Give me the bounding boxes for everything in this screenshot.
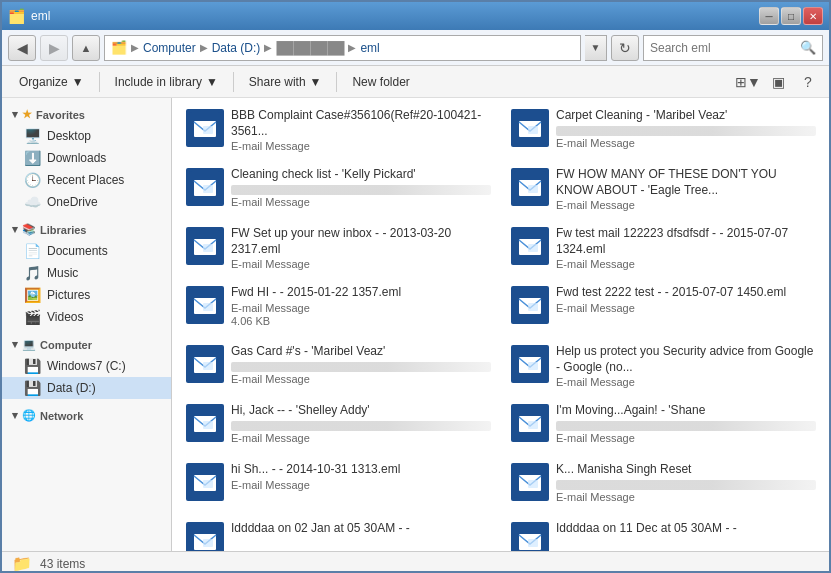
file-item[interactable]: I'm Moving...Again! - 'ShaneE-mail Messa… <box>501 397 825 455</box>
share-with-button[interactable]: Share with ▼ <box>240 70 331 94</box>
svg-rect-11 <box>528 185 538 193</box>
file-type: E-mail Message <box>231 258 491 270</box>
up-button[interactable]: ▲ <box>72 35 100 61</box>
address-path[interactable]: 🗂️ ▶ Computer ▶ Data (D:) ▶ ████████ ▶ e… <box>104 35 581 61</box>
toolbar-right: ⊞▼ ▣ ? <box>735 70 821 94</box>
sidebar-item-documents[interactable]: 📄 Documents <box>2 240 171 262</box>
recent-icon: 🕒 <box>24 172 41 188</box>
computer-section[interactable]: ▾ 💻 Computer <box>2 334 171 355</box>
search-icon[interactable]: 🔍 <box>800 40 816 55</box>
computer-arrow-icon: ▾ <box>12 338 18 351</box>
path-computer[interactable]: Computer <box>143 41 196 55</box>
file-name: BBB Complaint Case#356106(Ref#20-100421-… <box>231 108 491 139</box>
file-item[interactable]: K... Manisha Singh ResetE-mail Message <box>501 456 825 514</box>
help-button[interactable]: ? <box>795 70 821 94</box>
file-icon <box>185 108 225 148</box>
file-type: E-mail Message <box>556 258 816 270</box>
include-library-button[interactable]: Include in library ▼ <box>106 70 227 94</box>
sidebar-item-datad[interactable]: 💾 Data (D:) <box>2 377 171 399</box>
file-item[interactable]: Carpet Cleaning - 'Maribel Veaz'E-mail M… <box>501 102 825 160</box>
forward-button[interactable]: ▶ <box>40 35 68 61</box>
file-item[interactable]: Fwd HI - - 2015-01-22 1357.emlE-mail Mes… <box>176 279 500 337</box>
libraries-arrow-icon: ▾ <box>12 223 18 236</box>
music-label: Music <box>47 266 78 280</box>
onedrive-icon: ☁️ <box>24 194 41 210</box>
svg-rect-23 <box>528 303 538 311</box>
network-label: Network <box>40 410 83 422</box>
sidebar-item-onedrive[interactable]: ☁️ OneDrive <box>2 191 171 213</box>
file-icon <box>185 344 225 384</box>
svg-rect-41 <box>528 480 538 488</box>
file-info: Iddddaa on 11 Dec at 05 30AM - - <box>556 521 816 538</box>
file-icon <box>510 285 550 325</box>
file-item[interactable]: Cleaning check list - 'Kelly Pickard'E-m… <box>176 161 500 219</box>
file-blurred-email <box>556 480 816 490</box>
sidebar-item-pictures[interactable]: 🖼️ Pictures <box>2 284 171 306</box>
svg-rect-8 <box>203 185 213 193</box>
change-view-button[interactable]: ⊞▼ <box>735 70 761 94</box>
close-button[interactable]: ✕ <box>803 7 823 25</box>
file-icon <box>510 226 550 266</box>
file-name: Help us protect you Security advice from… <box>556 344 816 375</box>
search-input[interactable] <box>650 41 796 55</box>
favorites-label: Favorites <box>36 109 85 121</box>
path-folder[interactable]: ████████ <box>276 41 344 55</box>
preview-pane-button[interactable]: ▣ <box>765 70 791 94</box>
file-item[interactable]: Hi, Jack -- - 'Shelley Addy'E-mail Messa… <box>176 397 500 455</box>
file-item[interactable]: hi Sh... - - 2014-10-31 1313.emlE-mail M… <box>176 456 500 514</box>
file-type: E-mail Message <box>231 302 491 314</box>
new-folder-button[interactable]: New folder <box>343 70 418 94</box>
back-button[interactable]: ◀ <box>8 35 36 61</box>
file-item[interactable]: BBB Complaint Case#356106(Ref#20-100421-… <box>176 102 500 160</box>
status-count: 43 items <box>40 557 85 571</box>
file-grid: BBB Complaint Case#356106(Ref#20-100421-… <box>176 102 825 551</box>
file-type: E-mail Message <box>556 199 816 211</box>
favorites-section[interactable]: ▾ ★ Favorites <box>2 104 171 125</box>
maximize-button[interactable]: □ <box>781 7 801 25</box>
refresh-button[interactable]: ↻ <box>611 35 639 61</box>
libraries-label: Libraries <box>40 224 86 236</box>
sidebar-item-videos[interactable]: 🎬 Videos <box>2 306 171 328</box>
sidebar-item-downloads[interactable]: ⬇️ Downloads <box>2 147 171 169</box>
library-dropdown-icon: ▼ <box>206 75 218 89</box>
svg-rect-17 <box>528 244 538 252</box>
minimize-button[interactable]: ─ <box>759 7 779 25</box>
path-datad[interactable]: Data (D:) <box>212 41 261 55</box>
sidebar-item-desktop[interactable]: 🖥️ Desktop <box>2 125 171 147</box>
file-item[interactable]: Gas Card #'s - 'Maribel Veaz'E-mail Mess… <box>176 338 500 396</box>
libraries-section[interactable]: ▾ 📚 Libraries <box>2 219 171 240</box>
svg-rect-20 <box>203 303 213 311</box>
file-icon <box>185 521 225 551</box>
network-section[interactable]: ▾ 🌐 Network <box>2 405 171 426</box>
favorites-arrow-icon: ▾ <box>12 108 18 121</box>
file-name: FW HOW MANY OF THESE DON'T YOU KNOW ABOU… <box>556 167 816 198</box>
desktop-label: Desktop <box>47 129 91 143</box>
organize-button[interactable]: Organize ▼ <box>10 70 93 94</box>
path-eml[interactable]: eml <box>360 41 379 55</box>
toolbar: Organize ▼ Include in library ▼ Share wi… <box>2 66 829 98</box>
file-name: Fwd HI - - 2015-01-22 1357.eml <box>231 285 491 301</box>
windows7-icon: 💾 <box>24 358 41 374</box>
videos-icon: 🎬 <box>24 309 41 325</box>
documents-icon: 📄 <box>24 243 41 259</box>
downloads-label: Downloads <box>47 151 106 165</box>
path-arrow-1: ▶ <box>131 42 139 53</box>
file-item[interactable]: Fwd test 2222 test - - 2015-07-07 1450.e… <box>501 279 825 337</box>
file-type: E-mail Message <box>556 491 816 503</box>
file-item[interactable]: Iddddaa on 02 Jan at 05 30AM - - <box>176 515 500 551</box>
sidebar-item-recent[interactable]: 🕒 Recent Places <box>2 169 171 191</box>
file-item[interactable]: FW Set up your new inbox - - 2013-03-20 … <box>176 220 500 278</box>
search-box: 🔍 <box>643 35 823 61</box>
file-item[interactable]: Fw test mail 122223 dfsdfsdf - - 2015-07… <box>501 220 825 278</box>
documents-label: Documents <box>47 244 108 258</box>
file-item[interactable]: Help us protect you Security advice from… <box>501 338 825 396</box>
file-item[interactable]: Iddddaa on 11 Dec at 05 30AM - - <box>501 515 825 551</box>
sidebar-item-windows7[interactable]: 💾 Windows7 (C:) <box>2 355 171 377</box>
file-name: Gas Card #'s - 'Maribel Veaz' <box>231 344 491 360</box>
file-item[interactable]: FW HOW MANY OF THESE DON'T YOU KNOW ABOU… <box>501 161 825 219</box>
address-dropdown-button[interactable]: ▼ <box>585 35 607 61</box>
file-type: E-mail Message <box>556 302 816 314</box>
file-name: I'm Moving...Again! - 'Shane <box>556 403 816 419</box>
file-icon <box>510 108 550 148</box>
sidebar-item-music[interactable]: 🎵 Music <box>2 262 171 284</box>
